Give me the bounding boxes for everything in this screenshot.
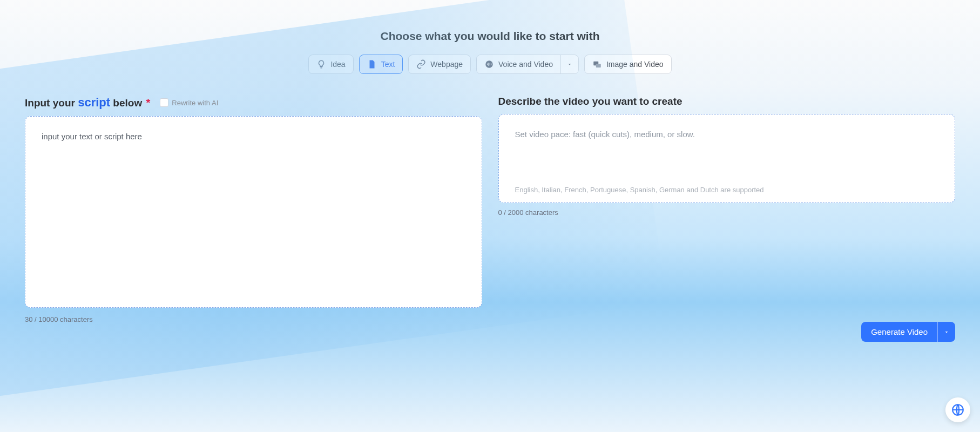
chevron-down-icon bbox=[566, 61, 573, 68]
header: Choose what you would like to start with… bbox=[0, 0, 980, 74]
audio-waveform-icon bbox=[484, 59, 494, 69]
description-input[interactable]: Set video pace: fast (quick cuts), mediu… bbox=[498, 114, 956, 203]
heading-pre: Input your bbox=[25, 97, 78, 109]
language-hint: English, Italian, French, Portuguese, Sp… bbox=[515, 186, 939, 194]
heading-post: below bbox=[110, 97, 145, 109]
source-tabs: Idea Text Webpage Voice and Video Image … bbox=[0, 55, 980, 74]
rewrite-label: Rewrite with AI bbox=[172, 99, 218, 107]
description-heading: Describe the video you want to create bbox=[498, 96, 682, 107]
globe-icon bbox=[951, 403, 965, 417]
generate-video-button[interactable]: Generate Video bbox=[861, 322, 937, 342]
required-star: * bbox=[146, 97, 150, 109]
lightbulb-icon bbox=[316, 59, 326, 69]
svg-rect-4 bbox=[491, 64, 491, 65]
rewrite-with-ai-toggle[interactable]: Rewrite with AI bbox=[160, 98, 218, 107]
script-label-row: Input your script below * Rewrite with A… bbox=[25, 96, 482, 110]
page-title: Choose what you would like to start with bbox=[0, 30, 980, 43]
media-icon bbox=[592, 59, 602, 69]
svg-point-0 bbox=[485, 60, 493, 68]
description-column: Describe the video you want to create Se… bbox=[498, 96, 956, 323]
document-icon bbox=[367, 59, 377, 69]
tab-image-video[interactable]: Image and Video bbox=[584, 55, 672, 74]
main-columns: Input your script below * Rewrite with A… bbox=[0, 74, 980, 323]
tab-label: Voice and Video bbox=[498, 60, 553, 69]
tab-voice-video[interactable]: Voice and Video bbox=[477, 55, 560, 73]
tab-idea[interactable]: Idea bbox=[308, 55, 353, 74]
svg-rect-1 bbox=[487, 64, 488, 65]
tab-voice-video-group: Voice and Video bbox=[476, 55, 579, 74]
description-placeholder: Set video pace: fast (quick cuts), mediu… bbox=[515, 130, 939, 139]
tab-voice-video-caret[interactable] bbox=[561, 55, 578, 73]
tab-text[interactable]: Text bbox=[359, 55, 403, 74]
script-input[interactable] bbox=[25, 116, 482, 308]
svg-rect-6 bbox=[596, 64, 601, 68]
tab-webpage[interactable]: Webpage bbox=[408, 55, 471, 74]
generate-button-group: Generate Video bbox=[861, 322, 955, 342]
tab-label: Image and Video bbox=[606, 60, 664, 69]
tab-label: Idea bbox=[330, 60, 345, 69]
chevron-down-icon bbox=[943, 329, 950, 335]
help-chat-button[interactable] bbox=[945, 397, 970, 422]
generate-video-caret[interactable] bbox=[937, 322, 955, 342]
tab-label: Webpage bbox=[430, 60, 463, 69]
link-icon bbox=[416, 59, 426, 69]
svg-rect-2 bbox=[489, 63, 489, 66]
script-heading: Input your script below * bbox=[25, 96, 150, 110]
description-label-row: Describe the video you want to create bbox=[498, 96, 956, 107]
heading-script-word: script bbox=[78, 96, 110, 109]
script-column: Input your script below * Rewrite with A… bbox=[25, 96, 482, 323]
checkbox-icon bbox=[160, 98, 168, 107]
tab-label: Text bbox=[381, 60, 395, 69]
description-char-counter: 0 / 2000 characters bbox=[498, 208, 956, 217]
script-char-counter: 30 / 10000 characters bbox=[25, 315, 482, 323]
svg-rect-3 bbox=[490, 63, 490, 66]
